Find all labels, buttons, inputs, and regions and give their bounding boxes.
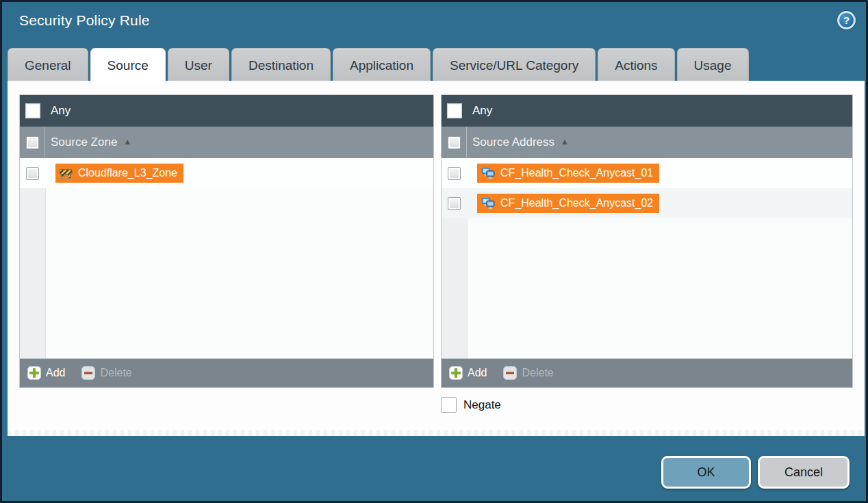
row-checkbox[interactable] [448, 167, 461, 180]
source-zone-footer: Add Delete [20, 359, 433, 387]
tab-usage[interactable]: Usage [677, 48, 749, 81]
column-header-label[interactable]: Source Zone [51, 136, 117, 149]
source-zone-any-header: Any [20, 95, 433, 127]
tab-user[interactable]: User [168, 48, 229, 81]
source-address-footer: Add Delete [442, 359, 852, 387]
source-zone-panel: Any Source Zone ▲ [19, 94, 434, 388]
object-chip[interactable]: CF_Health_Check_Anycast_01 [477, 164, 659, 183]
source-address-column-header: Source Address ▲ [442, 127, 852, 158]
zone-icon [60, 168, 73, 179]
cancel-button[interactable]: Cancel [758, 456, 850, 489]
resize-grip [8, 430, 865, 436]
help-icon[interactable]: ? [837, 11, 856, 29]
select-all-checkbox[interactable] [448, 136, 461, 149]
delete-minus-icon [81, 366, 95, 380]
table-row: Cloudflare_L3_Zone [20, 158, 433, 188]
address-icon [481, 168, 495, 179]
source-zone-column-header: Source Zone ▲ [20, 127, 433, 158]
row-checkbox[interactable] [448, 197, 461, 210]
tab-source[interactable]: Source [90, 48, 166, 84]
add-button[interactable]: Add [27, 366, 65, 380]
table-row: CF_Health_Check_Anycast_01 [442, 158, 852, 188]
negate-checkbox[interactable] [441, 397, 457, 413]
column-header-label[interactable]: Source Address [472, 136, 554, 149]
any-checkbox[interactable] [25, 103, 40, 118]
negate-field: Negate [441, 397, 501, 413]
add-label: Add [468, 367, 487, 379]
tab-general[interactable]: General [8, 48, 88, 81]
address-icon [481, 198, 495, 209]
tab-destination[interactable]: Destination [231, 48, 331, 81]
add-button[interactable]: Add [449, 366, 487, 380]
tab-service-url-category[interactable]: Service/URL Category [433, 48, 596, 81]
delete-button[interactable]: Delete [503, 366, 553, 380]
tab-actions[interactable]: Actions [598, 48, 674, 81]
source-address-any-header: Any [442, 95, 852, 127]
add-plus-icon [27, 366, 41, 380]
delete-minus-icon [503, 366, 517, 380]
object-chip[interactable]: CF_Health_Check_Anycast_02 [477, 194, 659, 213]
source-zone-list: Cloudflare_L3_Zone [20, 158, 433, 359]
delete-button[interactable]: Delete [81, 366, 131, 380]
delete-label: Delete [522, 367, 553, 379]
object-label: CF_Health_Check_Anycast_02 [500, 197, 653, 209]
source-address-list: CF_Health_Check_Anycast_01 CF_Health_Che… [442, 158, 852, 359]
row-checkbox[interactable] [26, 167, 39, 180]
select-all-checkbox[interactable] [26, 136, 39, 149]
any-label: Any [51, 104, 71, 118]
object-label: CF_Health_Check_Anycast_01 [500, 167, 653, 179]
security-policy-rule-dialog: Security Policy Rule ? GeneralSourceUser… [0, 0, 868, 503]
add-label: Add [46, 367, 65, 379]
object-chip[interactable]: Cloudflare_L3_Zone [55, 164, 183, 183]
delete-label: Delete [100, 367, 131, 379]
negate-label: Negate [463, 398, 501, 412]
source-address-panel: Any Source Address ▲ CF_Health_Chec [441, 94, 853, 388]
table-row: CF_Health_Check_Anycast_02 [442, 188, 852, 218]
tab-application[interactable]: Application [333, 48, 431, 81]
tab-bar: GeneralSourceUserDestinationApplicationS… [8, 48, 751, 81]
add-plus-icon [449, 366, 463, 380]
sort-ascending-icon[interactable]: ▲ [561, 137, 569, 146]
ok-button[interactable]: OK [661, 456, 751, 489]
any-label: Any [472, 104, 492, 118]
any-checkbox[interactable] [447, 103, 462, 118]
sort-ascending-icon[interactable]: ▲ [123, 137, 131, 146]
object-label: Cloudflare_L3_Zone [78, 167, 177, 179]
dialog-title: Security Policy Rule [19, 12, 150, 29]
dialog-content: Any Source Zone ▲ [8, 81, 865, 436]
